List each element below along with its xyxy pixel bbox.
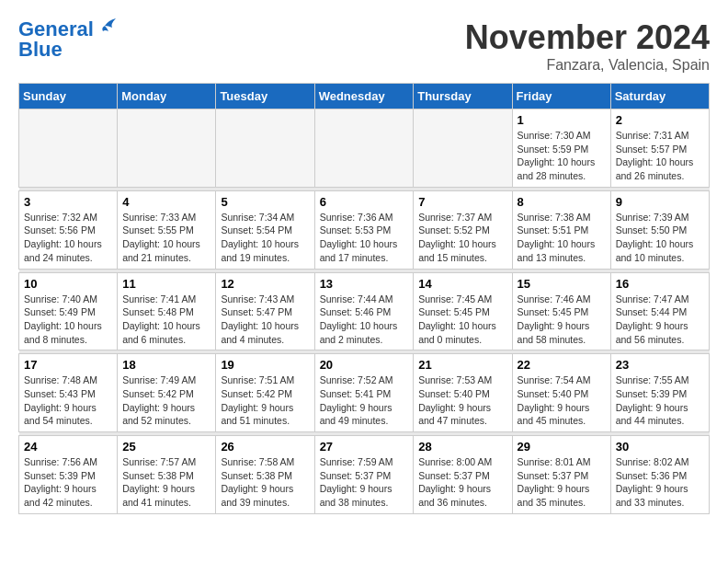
header-monday: Monday [118,84,216,109]
calendar-cell: 25Sunrise: 7:57 AMSunset: 5:38 PMDayligh… [118,436,216,514]
calendar-cell [216,109,314,188]
calendar-cell: 19Sunrise: 7:51 AMSunset: 5:42 PMDayligh… [216,354,314,432]
calendar-cell: 10Sunrise: 7:40 AMSunset: 5:49 PMDayligh… [19,272,118,350]
week-row-1: 1Sunrise: 7:30 AMSunset: 5:59 PMDaylight… [19,109,710,188]
header-sunday: Sunday [19,84,118,109]
calendar-cell: 1Sunrise: 7:30 AMSunset: 5:59 PMDaylight… [512,109,610,188]
day-info: Sunrise: 7:31 AMSunset: 5:57 PMDaylight:… [616,129,704,183]
calendar-cell: 20Sunrise: 7:52 AMSunset: 5:41 PMDayligh… [314,354,414,432]
day-info: Sunrise: 7:33 AMSunset: 5:55 PMDaylight:… [122,211,210,265]
day-info: Sunrise: 7:43 AMSunset: 5:47 PMDaylight:… [221,293,309,347]
day-number: 8 [518,195,606,209]
day-info: Sunrise: 7:37 AMSunset: 5:52 PMDaylight:… [418,211,506,265]
calendar-cell: 21Sunrise: 7:53 AMSunset: 5:40 PMDayligh… [414,354,512,432]
day-number: 6 [320,195,409,209]
calendar-cell: 5Sunrise: 7:34 AMSunset: 5:54 PMDaylight… [216,190,314,269]
calendar-cell: 4Sunrise: 7:33 AMSunset: 5:55 PMDaylight… [118,190,216,269]
calendar-cell: 30Sunrise: 8:02 AMSunset: 5:36 PMDayligh… [610,436,709,514]
calendar-cell: 3Sunrise: 7:32 AMSunset: 5:56 PMDaylight… [19,190,118,269]
day-info: Sunrise: 7:36 AMSunset: 5:53 PMDaylight:… [320,211,409,265]
day-number: 30 [616,440,704,454]
title-area: November 2024 Fanzara, Valencia, Spain [465,18,710,74]
day-number: 3 [24,195,112,209]
day-info: Sunrise: 7:44 AMSunset: 5:46 PMDaylight:… [320,293,409,347]
calendar-cell [414,109,512,188]
calendar-table: SundayMondayTuesdayWednesdayThursdayFrid… [18,83,710,514]
day-info: Sunrise: 7:46 AMSunset: 5:45 PMDaylight:… [518,293,606,347]
calendar-cell: 23Sunrise: 7:55 AMSunset: 5:39 PMDayligh… [610,354,709,432]
day-info: Sunrise: 7:45 AMSunset: 5:45 PMDaylight:… [418,293,506,347]
day-number: 10 [24,277,112,291]
week-row-2: 3Sunrise: 7:32 AMSunset: 5:56 PMDaylight… [19,190,710,269]
day-info: Sunrise: 7:53 AMSunset: 5:40 PMDaylight:… [418,373,506,428]
calendar-cell [118,109,216,188]
day-info: Sunrise: 7:39 AMSunset: 5:50 PMDaylight:… [616,211,704,265]
day-info: Sunrise: 7:55 AMSunset: 5:39 PMDaylight:… [616,373,704,428]
day-number: 23 [616,358,704,372]
calendar-cell: 13Sunrise: 7:44 AMSunset: 5:46 PMDayligh… [314,272,414,350]
calendar-cell: 22Sunrise: 7:54 AMSunset: 5:40 PMDayligh… [512,354,610,432]
calendar-cell: 24Sunrise: 7:56 AMSunset: 5:39 PMDayligh… [19,436,118,514]
day-number: 26 [221,440,309,454]
day-info: Sunrise: 7:56 AMSunset: 5:39 PMDaylight:… [24,455,112,510]
day-number: 7 [418,195,506,209]
calendar-cell: 26Sunrise: 7:58 AMSunset: 5:38 PMDayligh… [216,436,314,514]
day-info: Sunrise: 7:34 AMSunset: 5:54 PMDaylight:… [221,211,309,265]
calendar-cell [19,109,118,188]
header-friday: Friday [512,84,610,109]
day-number: 4 [122,195,210,209]
page-header: General Blue November 2024 Fanzara, Vale… [18,18,710,74]
calendar-cell: 15Sunrise: 7:46 AMSunset: 5:45 PMDayligh… [512,272,610,350]
week-row-4: 17Sunrise: 7:48 AMSunset: 5:43 PMDayligh… [19,354,710,432]
header-thursday: Thursday [414,84,512,109]
day-number: 17 [24,358,112,372]
day-info: Sunrise: 7:41 AMSunset: 5:48 PMDaylight:… [122,293,210,347]
day-info: Sunrise: 7:30 AMSunset: 5:59 PMDaylight:… [518,129,606,183]
day-number: 11 [122,277,210,291]
logo-blue-text: Blue [18,39,63,61]
logo: General Blue [18,18,116,61]
calendar-cell: 17Sunrise: 7:48 AMSunset: 5:43 PMDayligh… [19,354,118,432]
calendar-cell: 18Sunrise: 7:49 AMSunset: 5:42 PMDayligh… [118,354,216,432]
day-number: 20 [320,358,409,372]
day-number: 27 [320,440,409,454]
calendar-cell: 28Sunrise: 8:00 AMSunset: 5:37 PMDayligh… [414,436,512,514]
day-info: Sunrise: 7:32 AMSunset: 5:56 PMDaylight:… [24,211,112,265]
header-tuesday: Tuesday [216,84,314,109]
day-number: 28 [418,440,506,454]
day-number: 15 [518,277,606,291]
day-number: 18 [122,358,210,372]
day-info: Sunrise: 7:49 AMSunset: 5:42 PMDaylight:… [122,373,210,428]
day-number: 22 [518,358,606,372]
day-info: Sunrise: 7:51 AMSunset: 5:42 PMDaylight:… [221,373,309,428]
calendar-cell: 12Sunrise: 7:43 AMSunset: 5:47 PMDayligh… [216,272,314,350]
header-wednesday: Wednesday [314,84,414,109]
month-title: November 2024 [465,18,710,57]
calendar-cell: 9Sunrise: 7:39 AMSunset: 5:50 PMDaylight… [610,190,709,269]
calendar-cell: 14Sunrise: 7:45 AMSunset: 5:45 PMDayligh… [414,272,512,350]
calendar-cell: 11Sunrise: 7:41 AMSunset: 5:48 PMDayligh… [118,272,216,350]
day-info: Sunrise: 7:52 AMSunset: 5:41 PMDaylight:… [320,373,409,428]
day-number: 24 [24,440,112,454]
day-info: Sunrise: 7:40 AMSunset: 5:49 PMDaylight:… [24,293,112,347]
day-info: Sunrise: 7:59 AMSunset: 5:37 PMDaylight:… [320,455,409,510]
day-number: 9 [616,195,704,209]
calendar-cell [314,109,414,188]
day-info: Sunrise: 8:01 AMSunset: 5:37 PMDaylight:… [518,455,606,510]
day-info: Sunrise: 8:00 AMSunset: 5:37 PMDaylight:… [418,455,506,510]
calendar-header-row: SundayMondayTuesdayWednesdayThursdayFrid… [19,84,710,109]
day-number: 16 [616,277,704,291]
location: Fanzara, Valencia, Spain [465,57,710,74]
day-info: Sunrise: 7:57 AMSunset: 5:38 PMDaylight:… [122,455,210,510]
day-info: Sunrise: 7:58 AMSunset: 5:38 PMDaylight:… [221,455,309,510]
day-number: 14 [418,277,506,291]
day-number: 25 [122,440,210,454]
calendar-cell: 6Sunrise: 7:36 AMSunset: 5:53 PMDaylight… [314,190,414,269]
calendar-cell: 16Sunrise: 7:47 AMSunset: 5:44 PMDayligh… [610,272,709,350]
calendar-cell: 7Sunrise: 7:37 AMSunset: 5:52 PMDaylight… [414,190,512,269]
logo-bird-icon [96,18,116,37]
calendar-cell: 27Sunrise: 7:59 AMSunset: 5:37 PMDayligh… [314,436,414,514]
day-number: 1 [518,113,606,127]
day-info: Sunrise: 7:54 AMSunset: 5:40 PMDaylight:… [518,373,606,428]
day-number: 21 [418,358,506,372]
